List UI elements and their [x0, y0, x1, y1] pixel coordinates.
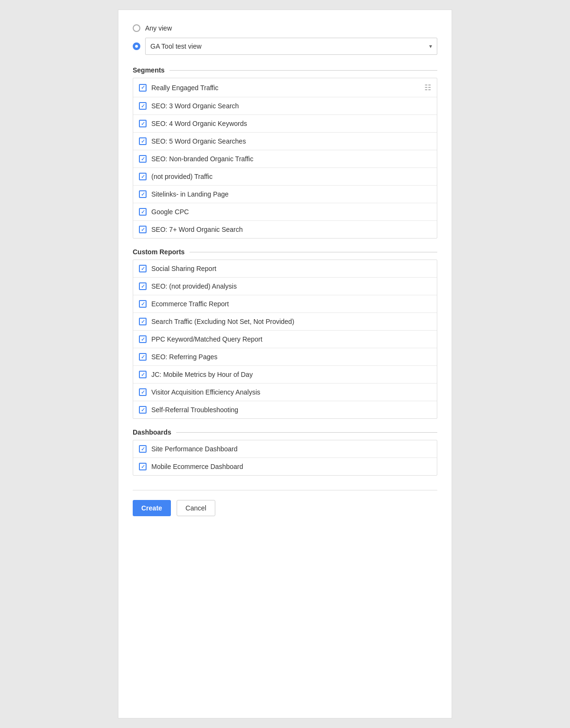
segment-checkbox-4[interactable]: ✓	[139, 155, 147, 163]
segment-checkmark-1: ✓	[141, 104, 145, 109]
report-item-1: ✓SEO: (not provided) Analysis	[133, 278, 437, 295]
segment-checkbox-3[interactable]: ✓	[139, 137, 147, 145]
dashboard-item-1: ✓Mobile Ecommerce Dashboard	[133, 458, 437, 475]
report-checkmark-1: ✓	[141, 284, 145, 289]
dashboard-label-0: Site Performance Dashboard	[151, 445, 431, 453]
segment-item-3: ✓SEO: 5 Word Organic Searches	[133, 133, 437, 150]
custom-reports-list: ✓Social Sharing Report✓SEO: (not provide…	[133, 260, 437, 419]
dashboard-label-1: Mobile Ecommerce Dashboard	[151, 463, 431, 470]
segment-checkbox-7[interactable]: ✓	[139, 208, 147, 216]
segment-label-6: Sitelinks- in Landing Page	[151, 190, 431, 198]
view-section: Any view GA Tool test view ▾	[133, 24, 437, 55]
segment-item-4: ✓SEO: Non-branded Organic Traffic	[133, 150, 437, 168]
report-checkbox-2[interactable]: ✓	[139, 300, 147, 308]
segment-label-0: Really Engaged Traffic	[151, 84, 420, 92]
report-item-6: ✓JC: Mobile Metrics by Hour of Day	[133, 366, 437, 384]
report-label-6: JC: Mobile Metrics by Hour of Day	[151, 371, 431, 378]
dashboard-checkbox-1[interactable]: ✓	[139, 463, 147, 470]
any-view-label: Any view	[145, 24, 172, 32]
report-checkmark-2: ✓	[141, 302, 145, 307]
report-label-4: PPC Keyword/Matched Query Report	[151, 335, 431, 343]
report-label-7: Visitor Acquisition Efficiency Analysis	[151, 388, 431, 396]
segment-checkbox-5[interactable]: ✓	[139, 173, 147, 180]
segments-title: Segments	[133, 66, 165, 74]
report-checkbox-4[interactable]: ✓	[139, 335, 147, 343]
segment-item-0: ✓Really Engaged Traffic☷	[133, 78, 437, 97]
segment-checkmark-3: ✓	[141, 139, 145, 144]
report-checkbox-0[interactable]: ✓	[139, 265, 147, 272]
segment-item-8: ✓SEO: 7+ Word Organic Search	[133, 221, 437, 238]
segment-item-5: ✓(not provided) Traffic	[133, 168, 437, 186]
segment-checkbox-6[interactable]: ✓	[139, 190, 147, 198]
report-checkmark-7: ✓	[141, 390, 145, 395]
segment-checkmark-0: ✓	[141, 85, 145, 90]
dashboards-title: Dashboards	[133, 428, 171, 436]
any-view-radio[interactable]	[133, 24, 140, 32]
page-container: Any view GA Tool test view ▾ Segments ✓R…	[0, 10, 570, 718]
segment-checkbox-1[interactable]: ✓	[139, 102, 147, 110]
view-dropdown[interactable]: GA Tool test view ▾	[145, 38, 437, 55]
segment-label-4: SEO: Non-branded Organic Traffic	[151, 155, 431, 163]
custom-reports-line	[190, 252, 437, 252]
report-checkmark-8: ✓	[141, 407, 145, 413]
segments-header: Segments	[133, 66, 437, 74]
view-dropdown-label: GA Tool test view	[150, 42, 201, 50]
report-checkbox-6[interactable]: ✓	[139, 371, 147, 378]
dashboard-item-0: ✓Site Performance Dashboard	[133, 440, 437, 458]
segments-list: ✓Really Engaged Traffic☷✓SEO: 3 Word Org…	[133, 78, 437, 239]
segment-checkmark-7: ✓	[141, 209, 145, 215]
segment-label-1: SEO: 3 Word Organic Search	[151, 102, 431, 110]
segment-item-6: ✓Sitelinks- in Landing Page	[133, 186, 437, 203]
report-checkmark-0: ✓	[141, 266, 145, 271]
segment-label-7: Google CPC	[151, 208, 431, 216]
selected-view-row: GA Tool test view ▾	[133, 38, 437, 55]
custom-reports-title: Custom Reports	[133, 248, 185, 256]
segment-list-icon-0[interactable]: ☷	[424, 83, 431, 92]
segment-item-7: ✓Google CPC	[133, 203, 437, 221]
segment-item-2: ✓SEO: 4 Word Organic Keywords	[133, 115, 437, 133]
report-item-4: ✓PPC Keyword/Matched Query Report	[133, 331, 437, 348]
report-label-8: Self-Referral Troubleshooting	[151, 406, 431, 414]
segment-label-5: (not provided) Traffic	[151, 173, 431, 180]
segment-checkbox-0[interactable]: ✓	[139, 84, 147, 92]
report-checkbox-5[interactable]: ✓	[139, 353, 147, 361]
dashboard-checkmark-0: ✓	[141, 447, 145, 452]
segment-checkmark-5: ✓	[141, 174, 145, 179]
main-card: Any view GA Tool test view ▾ Segments ✓R…	[118, 10, 452, 718]
segment-label-8: SEO: 7+ Word Organic Search	[151, 226, 431, 233]
dashboard-checkmark-1: ✓	[141, 464, 145, 469]
report-item-2: ✓Ecommerce Traffic Report	[133, 295, 437, 313]
report-label-0: Social Sharing Report	[151, 265, 431, 272]
any-view-row: Any view	[133, 24, 437, 32]
report-checkbox-7[interactable]: ✓	[139, 388, 147, 396]
report-item-7: ✓Visitor Acquisition Efficiency Analysis	[133, 384, 437, 401]
report-label-3: Search Traffic (Excluding Not Set, Not P…	[151, 318, 431, 325]
footer: Create Cancel	[133, 490, 437, 516]
segment-checkmark-8: ✓	[141, 227, 145, 232]
report-checkbox-1[interactable]: ✓	[139, 282, 147, 290]
segment-checkbox-8[interactable]: ✓	[139, 226, 147, 233]
report-item-8: ✓Self-Referral Troubleshooting	[133, 401, 437, 418]
report-checkbox-8[interactable]: ✓	[139, 406, 147, 414]
segment-item-1: ✓SEO: 3 Word Organic Search	[133, 97, 437, 115]
report-label-2: Ecommerce Traffic Report	[151, 300, 431, 308]
report-checkmark-5: ✓	[141, 354, 145, 360]
dashboards-header: Dashboards	[133, 428, 437, 436]
custom-reports-header: Custom Reports	[133, 248, 437, 256]
segment-label-3: SEO: 5 Word Organic Searches	[151, 137, 431, 145]
report-checkmark-4: ✓	[141, 337, 145, 342]
segment-checkmark-4: ✓	[141, 156, 145, 162]
dashboards-list: ✓Site Performance Dashboard✓Mobile Ecomm…	[133, 440, 437, 476]
dashboard-checkbox-0[interactable]: ✓	[139, 445, 147, 453]
segments-line	[169, 70, 437, 71]
report-item-3: ✓Search Traffic (Excluding Not Set, Not …	[133, 313, 437, 331]
segment-checkbox-2[interactable]: ✓	[139, 120, 147, 127]
report-checkmark-6: ✓	[141, 372, 145, 377]
selected-view-radio[interactable]	[133, 42, 140, 50]
segment-checkmark-6: ✓	[141, 192, 145, 197]
create-button[interactable]: Create	[133, 500, 171, 516]
cancel-button[interactable]: Cancel	[177, 500, 216, 516]
report-label-1: SEO: (not provided) Analysis	[151, 282, 431, 290]
dashboards-line	[176, 432, 437, 433]
report-checkbox-3[interactable]: ✓	[139, 318, 147, 325]
